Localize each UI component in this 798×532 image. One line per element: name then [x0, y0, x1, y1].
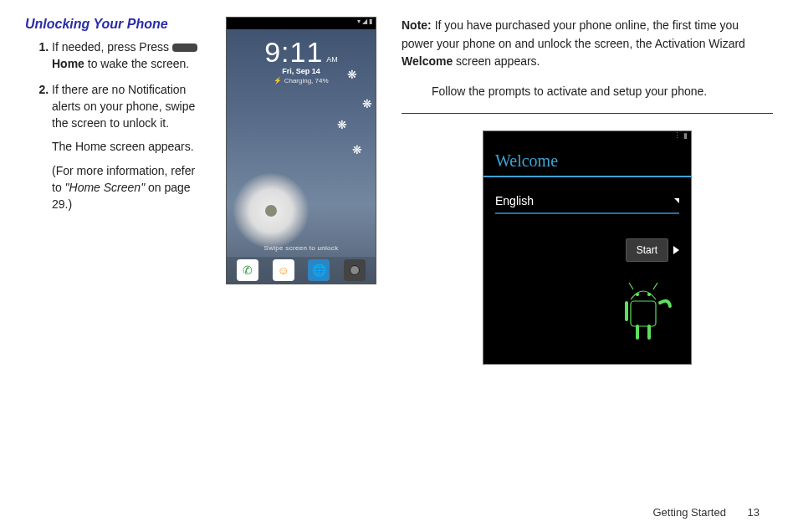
step1-text-post: to wake the screen. — [84, 57, 189, 70]
camera-icon — [344, 259, 366, 281]
welcome-screen-figure: ⋮ ▮ Welcome English Start — [483, 130, 692, 365]
step2-main: If there are no Notification alerts on y… — [52, 83, 195, 130]
language-value: English — [495, 194, 534, 207]
lockscreen-figure: ▾ ◢ ▮ 9:11 AM Fri, Sep 14 ⚡ Charging, 74… — [226, 17, 376, 284]
svg-line-0 — [629, 283, 633, 289]
section-divider — [402, 113, 773, 114]
chat-icon: ☺ — [273, 259, 294, 281]
section-heading: Unlocking Your Phone — [25, 17, 201, 32]
step1-text-pre: If needed, press Press — [52, 40, 172, 54]
note-label: Note: — [402, 18, 432, 32]
home-key-icon — [172, 43, 197, 52]
lock-time: 9:11 — [264, 36, 323, 69]
phone-icon: ✆ — [237, 259, 258, 281]
start-button[interactable]: Start — [626, 238, 668, 262]
svg-point-2 — [637, 293, 639, 295]
language-selector[interactable]: English — [495, 189, 679, 214]
step1-home-label: Home — [52, 57, 84, 70]
note-text-1: If you have purchased your phone online,… — [402, 18, 745, 50]
android-logo-icon — [614, 283, 673, 352]
step2-sub1: The Home screen appears. — [52, 138, 201, 155]
note-follow: Follow the prompts to activate and setup… — [432, 83, 773, 101]
note-text-1-end: screen appears. — [453, 54, 540, 68]
seed-icon: ❋ — [362, 97, 367, 102]
start-row: Start — [626, 238, 679, 262]
lock-ampm: AM — [326, 55, 338, 64]
svg-rect-4 — [631, 301, 656, 326]
seed-icon: ❋ — [337, 118, 342, 123]
step-1: If needed, press Press Home to wake the … — [52, 38, 201, 73]
footer-page-number: 13 — [748, 506, 760, 519]
step-2: If there are no Notification alerts on y… — [52, 81, 201, 213]
note-block: Note: If you have purchased your phone o… — [402, 17, 773, 101]
browser-icon: 🌐 — [308, 259, 330, 281]
welcome-status-bar: ⋮ ▮ — [483, 131, 691, 145]
status-bar: ▾ ◢ ▮ — [227, 18, 376, 29]
charging-icon: ⚡ — [274, 77, 282, 84]
lock-charging: ⚡ Charging, 74% — [227, 77, 376, 84]
charging-text: Charging, 74% — [284, 77, 329, 84]
note-welcome-bold: Welcome — [402, 54, 453, 68]
dandelion-core — [265, 205, 277, 217]
footer-section: Getting Started — [652, 506, 725, 519]
step-list: If needed, press Press Home to wake the … — [25, 38, 201, 213]
welcome-title: Welcome — [483, 145, 691, 177]
unlock-hint: Swipe screen to unlock — [227, 244, 376, 252]
svg-point-3 — [648, 293, 651, 295]
dropdown-triangle-icon — [674, 198, 679, 203]
seed-icon: ❋ — [352, 143, 357, 148]
lock-date: Fri, Sep 14 — [227, 67, 376, 75]
step2-sub2: (For more information, refer to "Home Sc… — [52, 162, 201, 213]
lock-dock: ✆ ☺ 🌐 — [227, 257, 376, 284]
svg-line-1 — [653, 283, 657, 289]
home-screen-ref: "Home Screen" — [65, 181, 146, 194]
page-footer: Getting Started 13 — [652, 506, 760, 519]
start-arrow-icon — [673, 246, 679, 254]
